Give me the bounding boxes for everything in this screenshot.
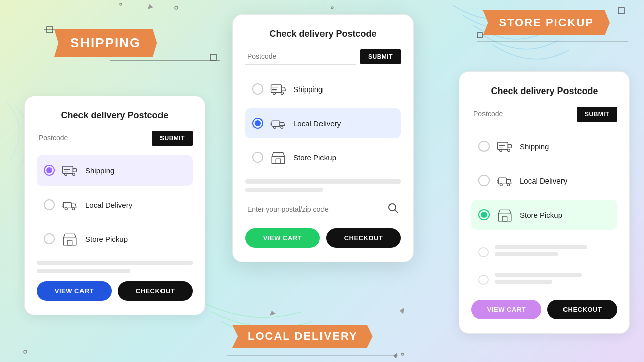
store-pickup-icon-left: [61, 230, 79, 248]
view-cart-btn-left[interactable]: VIEW CART: [37, 281, 112, 301]
skeleton-item-1: [471, 240, 617, 264]
radio-shipping-center: [252, 83, 263, 95]
svg-rect-28: [63, 238, 76, 245]
svg-point-47: [507, 184, 510, 186]
svg-rect-12: [210, 54, 216, 60]
svg-point-27: [72, 208, 75, 210]
option-pickup-left[interactable]: Store Pickup: [37, 224, 193, 254]
svg-line-41: [395, 210, 398, 213]
option-local-center[interactable]: Local Delivery: [245, 108, 401, 138]
radio-dot-pickup-right: [481, 212, 487, 218]
postcode-row-right: SUBMIT: [471, 106, 617, 122]
option-label-local-left: Local Delivery: [85, 201, 132, 209]
svg-point-4: [24, 350, 27, 353]
radio-pickup-right: [478, 209, 490, 220]
option-shipping-left[interactable]: Shipping: [37, 155, 193, 186]
skeleton-center: [245, 179, 401, 192]
svg-rect-20: [477, 33, 482, 38]
option-shipping-center[interactable]: Shipping: [245, 74, 401, 104]
checkout-btn-center[interactable]: CHECKOUT: [326, 228, 401, 248]
skeleton-radio-1: [478, 247, 489, 257]
radio-dot-local-center: [255, 120, 261, 126]
svg-point-5: [401, 353, 404, 355]
submit-btn-center[interactable]: SUBMIT: [360, 49, 401, 64]
search-input-center[interactable]: [247, 205, 388, 213]
svg-rect-11: [47, 27, 53, 33]
svg-rect-48: [498, 214, 511, 221]
divider-right: [471, 235, 617, 235]
postcode-input-right[interactable]: [471, 106, 573, 122]
btn-row-right: VIEW CART CHECKOUT: [471, 300, 617, 319]
shipping-icon-right: [496, 137, 514, 155]
local-delivery-icon-right: [496, 171, 514, 190]
card-center-title: Check delivery Postcode: [245, 29, 401, 39]
store-pickup-badge: STORE PICKUP: [482, 10, 610, 35]
option-label-pickup-center: Store Pickup: [293, 153, 336, 162]
postcode-input-left[interactable]: [37, 130, 148, 146]
svg-marker-7: [148, 4, 153, 9]
card-right: Check delivery Postcode SUBMIT Shipping: [459, 71, 630, 334]
option-label-local-center: Local Delivery: [293, 119, 341, 128]
option-local-left[interactable]: Local Delivery: [37, 190, 193, 220]
submit-btn-right[interactable]: SUBMIT: [577, 107, 617, 122]
option-pickup-center[interactable]: Store Pickup: [245, 142, 401, 172]
option-label-shipping-left: Shipping: [85, 166, 114, 175]
svg-rect-29: [67, 240, 72, 245]
store-pickup-icon-right: [496, 206, 514, 224]
svg-point-33: [281, 92, 284, 95]
radio-local-center: [252, 118, 263, 129]
option-pickup-right[interactable]: Store Pickup: [471, 200, 617, 230]
radio-shipping-left: [44, 165, 55, 176]
svg-rect-49: [502, 216, 507, 221]
option-label-shipping-right: Shipping: [520, 142, 549, 151]
svg-rect-22: [63, 166, 73, 173]
shipping-badge: SHIPPING: [54, 29, 157, 57]
card-left: Check delivery Postcode SUBMIT Shipping: [24, 96, 205, 315]
svg-point-3: [331, 7, 333, 9]
option-label-pickup-left: Store Pickup: [85, 235, 128, 243]
card-left-title: Check delivery Postcode: [37, 110, 193, 121]
checkout-btn-right[interactable]: CHECKOUT: [547, 300, 617, 319]
radio-local-right: [478, 175, 490, 186]
option-label-local-right: Local Delivery: [520, 176, 567, 185]
shipping-icon-center: [269, 80, 287, 98]
search-row-center: [245, 199, 401, 220]
btn-row-center: VIEW CART CHECKOUT: [245, 228, 401, 248]
card-center: Check delivery Postcode SUBMIT Shipping: [232, 14, 414, 262]
radio-dot-shipping-left: [46, 167, 52, 173]
skeleton-left: [37, 261, 193, 273]
shipping-badge-label: SHIPPING: [54, 29, 157, 57]
skeleton-radio-2: [478, 275, 489, 285]
radio-local-left: [44, 199, 55, 210]
svg-rect-38: [276, 159, 281, 164]
store-pickup-badge-label: STORE PICKUP: [482, 10, 610, 35]
svg-marker-18: [393, 353, 397, 359]
radio-pickup-center: [252, 152, 263, 163]
svg-marker-9: [270, 311, 276, 316]
svg-point-44: [508, 149, 510, 152]
option-label-pickup-right: Store Pickup: [520, 211, 562, 219]
skeleton-text-group-1: [495, 245, 610, 259]
option-label-shipping-center: Shipping: [293, 85, 323, 94]
submit-btn-left[interactable]: SUBMIT: [152, 131, 193, 146]
card-right-title: Check delivery Postcode: [471, 86, 617, 97]
postcode-input-center[interactable]: [245, 48, 356, 65]
store-pickup-icon-center: [269, 148, 287, 166]
postcode-row-left: SUBMIT: [37, 130, 193, 146]
local-delivery-badge-label: LOCAL DELIVERY: [232, 325, 373, 348]
postcode-row-center: SUBMIT: [245, 48, 401, 65]
svg-point-24: [73, 173, 75, 176]
svg-rect-34: [272, 121, 280, 126]
local-delivery-badge: LOCAL DELIVERY: [232, 325, 373, 348]
option-local-right[interactable]: Local Delivery: [471, 165, 617, 196]
local-delivery-icon-center: [269, 114, 287, 132]
checkout-btn-left[interactable]: CHECKOUT: [118, 281, 193, 301]
option-shipping-right[interactable]: Shipping: [471, 131, 617, 161]
search-icon[interactable]: [388, 203, 399, 216]
svg-point-0: [175, 6, 178, 9]
view-cart-btn-center[interactable]: VIEW CART: [245, 228, 320, 248]
skeleton-item-2: [471, 267, 617, 292]
radio-shipping-right: [478, 141, 490, 152]
view-cart-btn-right[interactable]: VIEW CART: [471, 300, 541, 319]
svg-rect-19: [618, 8, 624, 14]
